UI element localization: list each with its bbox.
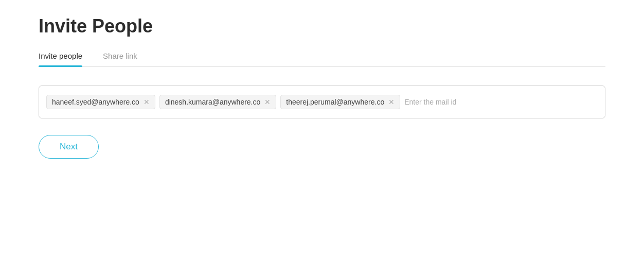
email-tag-2-close[interactable]: ✕ (264, 98, 271, 106)
email-tag-2-text: dinesh.kumara@anywhere.co (165, 98, 260, 106)
email-tag-3-text: theerej.perumal@anywhere.co (286, 98, 384, 106)
email-text-input[interactable] (404, 96, 598, 108)
tab-invite-people[interactable]: Invite people (39, 52, 82, 66)
email-tag-3-close[interactable]: ✕ (388, 98, 395, 106)
email-tag-1-text: haneef.syed@anywhere.co (52, 98, 139, 106)
page-title: Invite People (39, 15, 605, 37)
email-tag-1: haneef.syed@anywhere.co ✕ (46, 95, 155, 109)
tabs: Invite people Share link (39, 52, 605, 67)
next-button[interactable]: Next (39, 135, 99, 159)
email-input-container: haneef.syed@anywhere.co ✕ dinesh.kumara@… (39, 85, 605, 118)
tab-content: haneef.syed@anywhere.co ✕ dinesh.kumara@… (39, 85, 605, 159)
email-tag-2: dinesh.kumara@anywhere.co ✕ (159, 95, 276, 109)
tab-share-link[interactable]: Share link (103, 52, 137, 66)
email-tag-1-close[interactable]: ✕ (144, 98, 150, 106)
email-tag-3: theerej.perumal@anywhere.co ✕ (280, 95, 400, 109)
page-container: Invite People Invite people Share link h… (0, 0, 644, 274)
